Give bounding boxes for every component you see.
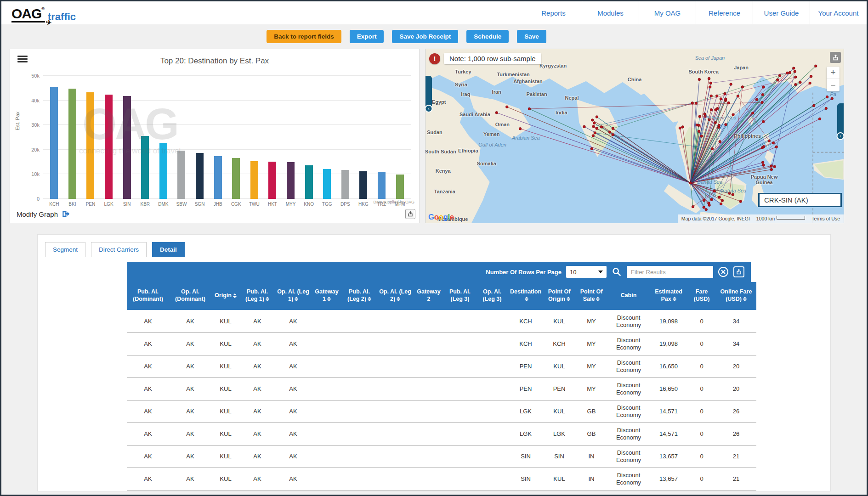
sort-icon[interactable] xyxy=(266,297,269,301)
bar-item: LGK xyxy=(100,76,118,199)
table-export-icon[interactable] xyxy=(733,266,744,277)
column-header-online-fare-usd[interactable]: Online Fare (USD) xyxy=(716,282,756,310)
nav-item-your-account[interactable]: Your Account xyxy=(810,1,867,24)
zoom-in-button[interactable]: + xyxy=(827,67,840,79)
bar-myy[interactable] xyxy=(287,162,295,199)
column-header-op-al-leg-2[interactable]: Op. Al. (Leg 2) xyxy=(377,282,414,310)
rows-per-page-select[interactable]: 10 xyxy=(566,266,607,278)
export-button[interactable]: Export xyxy=(350,30,384,43)
bar-sgn[interactable] xyxy=(196,153,204,199)
table-row[interactable]: AKAKKULAKAKPENPENMYDiscount Economy16,65… xyxy=(127,378,756,400)
sort-icon[interactable] xyxy=(596,297,600,301)
sort-icon[interactable] xyxy=(233,293,237,298)
table-row[interactable]: AKAKKULAKAKLGKLGKGBDiscount Economy14,57… xyxy=(127,423,756,445)
table-cell: AK xyxy=(169,310,211,333)
column-header-destination[interactable]: Destination xyxy=(508,282,543,310)
sort-icon[interactable] xyxy=(397,297,400,301)
x-axis-tick: DMK xyxy=(158,202,168,207)
nav-item-my-oag[interactable]: My OAG xyxy=(639,1,696,24)
terms-of-use-link[interactable]: Terms of Use xyxy=(811,216,840,221)
bar-lgk[interactable] xyxy=(105,95,113,199)
bar-trz[interactable] xyxy=(378,172,386,199)
table-cell: Discount Economy xyxy=(607,378,650,400)
registered-mark-icon: ® xyxy=(41,6,44,11)
results-table-panel: SegmentDirect CarriersDetail Number Of R… xyxy=(37,234,831,491)
export-graph-icon[interactable] xyxy=(62,210,70,218)
bar-kch[interactable] xyxy=(50,87,58,199)
modify-graph-link[interactable]: Modify Graph xyxy=(17,210,70,218)
table-row[interactable]: AKAKKULAKAKPENKULMYDiscount Economy16,65… xyxy=(127,355,756,378)
table-cell xyxy=(476,468,508,490)
sort-icon[interactable] xyxy=(567,297,570,301)
table-row[interactable]: AKAKKULAKAKKCHKCHMYDiscount Economy19,09… xyxy=(127,333,756,355)
column-header-gateway-1[interactable]: Gateway 1 xyxy=(312,282,342,310)
table-cell: KUL xyxy=(211,355,240,378)
bar-dps[interactable] xyxy=(341,170,349,199)
chevron-left-icon[interactable]: ‹ xyxy=(837,132,845,140)
filter-results-input[interactable] xyxy=(627,266,713,278)
table-row[interactable]: AKAKKULAKAKSINSININDiscount Economy13,65… xyxy=(127,445,756,468)
bar-kbr[interactable] xyxy=(141,136,149,199)
clear-filter-icon[interactable] xyxy=(718,266,729,277)
bar-jhb[interactable] xyxy=(214,156,222,199)
bar-mfm[interactable] xyxy=(396,175,404,199)
zoom-out-button[interactable]: − xyxy=(827,79,840,91)
table-cell xyxy=(312,423,342,445)
back-to-report-fields-button[interactable]: Back to report fields xyxy=(267,30,341,43)
sort-icon[interactable] xyxy=(525,297,528,301)
table-row[interactable]: AKAKKULAKAKSINKULINDiscount Economy13,65… xyxy=(127,468,756,490)
bar-hkg[interactable] xyxy=(359,171,367,199)
map-export-icon[interactable] xyxy=(830,52,841,63)
save-button[interactable]: Save xyxy=(517,30,546,43)
y-axis-tick: 20k xyxy=(31,147,40,152)
sort-icon[interactable] xyxy=(673,297,676,301)
nav-item-reports[interactable]: Reports xyxy=(525,1,582,24)
save-job-receipt-button[interactable]: Save Job Receipt xyxy=(392,30,458,43)
chevron-left-icon[interactable]: ‹ xyxy=(425,105,433,113)
nav-item-user-guide[interactable]: User Guide xyxy=(753,1,810,24)
column-header-pub-al-leg-1[interactable]: Pub. Al. (Leg 1) xyxy=(240,282,275,310)
table-cell: IN xyxy=(575,445,607,468)
column-header-origin[interactable]: Origin xyxy=(211,282,240,310)
tab-detail[interactable]: Detail xyxy=(152,242,185,257)
bar-tgg[interactable] xyxy=(323,169,331,199)
bar-pen[interactable] xyxy=(86,92,94,199)
bar-dmk[interactable] xyxy=(159,143,167,199)
table-cell xyxy=(476,310,508,333)
bar-kno[interactable] xyxy=(305,165,313,199)
nav-item-reference[interactable]: Reference xyxy=(696,1,753,24)
table-cell: PEN xyxy=(508,378,543,400)
nav-item-modules[interactable]: Modules xyxy=(582,1,639,24)
bar-sbw[interactable] xyxy=(177,151,185,199)
map-left-panel-handle[interactable]: ‹ xyxy=(425,76,432,109)
map-right-panel-handle[interactable]: ‹ xyxy=(837,103,844,136)
x-axis-tick: TGG xyxy=(322,202,332,207)
bar-item: SIN xyxy=(118,76,136,199)
sort-icon[interactable] xyxy=(295,297,298,301)
tab-segment[interactable]: Segment xyxy=(45,242,85,257)
chart-menu-icon[interactable] xyxy=(17,56,28,64)
column-header-point-of-sale[interactable]: Point Of Sale xyxy=(575,282,607,310)
route-map-panel[interactable]: TurkeySyriaIraqIranEgyptSaudi ArabiaOman… xyxy=(425,49,844,223)
sort-icon[interactable] xyxy=(368,297,371,301)
sort-icon[interactable] xyxy=(327,297,331,301)
table-row[interactable]: AKAKKULAKAKLGKKULGBDiscount Economy14,57… xyxy=(127,400,756,423)
bar-twu[interactable] xyxy=(250,161,258,199)
bar-item: BKI xyxy=(63,76,82,199)
column-header-pub-al-leg-2[interactable]: Pub. Al. (Leg 2) xyxy=(342,282,377,310)
column-header-point-of-origin[interactable]: Point Of Origin xyxy=(543,282,575,310)
bar-series: KCHBKIPENLGKSINKBRDMKSBWSGNJHBCGKTWUHKTM… xyxy=(45,76,409,199)
bar-bki[interactable] xyxy=(68,89,76,199)
schedule-button[interactable]: Schedule xyxy=(466,30,509,43)
chart-export-icon[interactable] xyxy=(405,209,415,219)
table-row[interactable]: AKAKKULAKAKKCHKULMYDiscount Economy19,09… xyxy=(127,310,756,333)
bar-hkt[interactable] xyxy=(268,162,276,199)
column-header-estimated-pax[interactable]: Estimated Pax xyxy=(650,282,687,310)
sort-icon[interactable] xyxy=(743,297,747,301)
table-cell: Discount Economy xyxy=(607,445,650,468)
bar-sin[interactable] xyxy=(123,96,131,199)
tab-direct-carriers[interactable]: Direct Carriers xyxy=(91,242,147,257)
column-header-op-al-leg-1[interactable]: Op. Al. (Leg 1) xyxy=(275,282,312,310)
bar-cgk[interactable] xyxy=(232,158,240,199)
google-logo[interactable]: Google xyxy=(428,213,454,222)
